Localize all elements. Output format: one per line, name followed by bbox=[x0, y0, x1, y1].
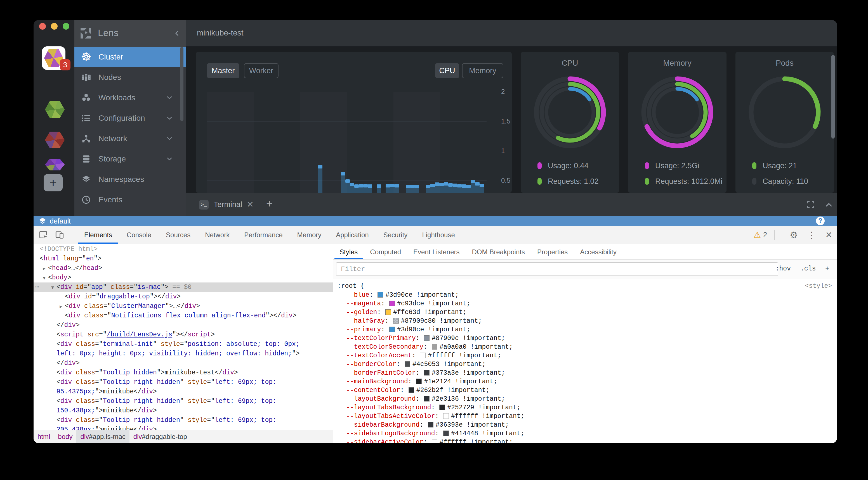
color-swatch[interactable] bbox=[424, 335, 430, 341]
styles-tab-styles[interactable]: Styles bbox=[333, 244, 364, 259]
sidebar-item-nodes[interactable]: Nodes bbox=[74, 67, 186, 88]
dom-node[interactable]: 95.4375px;">minikube</div> bbox=[34, 387, 333, 397]
help-button[interactable]: ? bbox=[816, 216, 825, 225]
dom-node[interactable]: <div class="Tooltip right hidden" style=… bbox=[34, 415, 333, 425]
sidebar-item-namespaces[interactable]: Namespaces bbox=[74, 169, 186, 190]
devtools-tab-lighthouse[interactable]: Lighthouse bbox=[415, 226, 462, 244]
devtools-tab-elements[interactable]: Elements bbox=[77, 226, 119, 244]
color-swatch[interactable] bbox=[439, 405, 445, 410]
color-swatch[interactable] bbox=[389, 301, 395, 306]
terminal-tab[interactable]: Terminal bbox=[214, 200, 242, 209]
css-property[interactable]: --sidebarActiveColor: #ffffff !important… bbox=[337, 438, 837, 443]
traffic-light-close[interactable] bbox=[39, 23, 46, 30]
dom-node[interactable]: <div class="Tooltip hidden">minikube-tes… bbox=[34, 368, 333, 377]
sidebar-item-network[interactable]: Network bbox=[74, 128, 186, 149]
chevron-down-icon[interactable] bbox=[165, 114, 174, 122]
color-swatch[interactable] bbox=[393, 318, 399, 323]
color-swatch[interactable] bbox=[432, 344, 437, 349]
sidebar-scrollbar[interactable] bbox=[180, 47, 183, 121]
color-swatch[interactable] bbox=[389, 327, 395, 332]
devtools-tab-security[interactable]: Security bbox=[376, 226, 415, 244]
terminal-collapse-icon[interactable] bbox=[824, 200, 834, 210]
add-cluster-button[interactable]: + bbox=[43, 174, 63, 192]
terminal-add-icon[interactable]: + bbox=[266, 198, 272, 210]
chevron-down-icon[interactable] bbox=[165, 135, 174, 142]
devtools-close-icon[interactable]: × bbox=[826, 229, 832, 241]
dom-node[interactable]: <div class="terminal-init" style="positi… bbox=[34, 339, 333, 349]
breadcrumb-item[interactable]: div#draggable-top bbox=[129, 430, 191, 443]
css-property[interactable]: --halfGray: #87909c80 !important; bbox=[337, 317, 837, 325]
new-style-rule-button[interactable]: + bbox=[825, 265, 829, 272]
styles-tab-accessibility[interactable]: Accessibility bbox=[574, 244, 623, 259]
css-property[interactable]: --layoutTabsBackground: #252729 !importa… bbox=[337, 404, 837, 412]
devtools-tab-network[interactable]: Network bbox=[198, 226, 237, 244]
css-property[interactable]: --mainBackground: #1e2124 !important; bbox=[337, 377, 837, 386]
expand-arrow-icon[interactable]: ▸ bbox=[41, 264, 47, 273]
toggle-class-button[interactable]: .cls bbox=[800, 265, 816, 272]
color-swatch[interactable] bbox=[432, 439, 437, 443]
breadcrumb-item[interactable]: html bbox=[34, 430, 54, 443]
css-property[interactable]: --textColorAccent: #ffffff !important; bbox=[337, 351, 837, 360]
settings-gear-icon[interactable]: ⚙ bbox=[790, 230, 798, 240]
css-property[interactable]: --blue: #3d90ce !important; bbox=[337, 291, 837, 300]
color-swatch[interactable] bbox=[443, 431, 449, 436]
dom-node[interactable]: left: 0px; height: 0px; visibility: hidd… bbox=[34, 349, 333, 358]
css-property[interactable]: --sidebarLogoBackground: #414448 !import… bbox=[337, 430, 837, 438]
css-property[interactable]: --layoutBackground: #2e3136 !important; bbox=[337, 395, 837, 404]
css-property[interactable]: --layoutTabsActiveColor: #ffffff !import… bbox=[337, 412, 837, 421]
color-swatch[interactable] bbox=[443, 413, 449, 419]
devtools-tab-sources[interactable]: Sources bbox=[159, 226, 198, 244]
breadcrumb-item[interactable]: body bbox=[54, 430, 76, 443]
styles-tab-properties[interactable]: Properties bbox=[531, 244, 574, 259]
sidebar-item-workloads[interactable]: Workloads bbox=[74, 88, 186, 108]
color-swatch[interactable] bbox=[428, 422, 433, 427]
styles-tab-event-listeners[interactable]: Event Listeners bbox=[407, 244, 466, 259]
sidebar-collapse-icon[interactable] bbox=[173, 29, 181, 37]
dom-node[interactable]: </div> bbox=[34, 320, 333, 330]
color-swatch[interactable] bbox=[424, 396, 430, 402]
breadcrumb-item[interactable]: div#app.is-mac bbox=[76, 430, 129, 443]
devtools-tab-memory[interactable]: Memory bbox=[290, 226, 329, 244]
collapse-arrow-icon[interactable]: ▾ bbox=[50, 282, 55, 292]
dom-node[interactable]: 205.438px;">minikube</div> bbox=[34, 425, 333, 430]
toggle-hover-state-button[interactable]: :hov bbox=[775, 265, 791, 272]
traffic-light-minimize[interactable] bbox=[51, 23, 58, 30]
css-property[interactable]: --borderColor: #4c5053 !important; bbox=[337, 360, 837, 369]
styles-tab-computed[interactable]: Computed bbox=[364, 244, 407, 259]
device-toolbar-icon[interactable] bbox=[55, 230, 64, 240]
dom-node[interactable]: <div id="draggable-top"></div> bbox=[34, 292, 333, 302]
color-swatch[interactable] bbox=[377, 292, 383, 298]
cluster-violet-tile[interactable] bbox=[45, 159, 65, 171]
css-property[interactable]: --textColorPrimary: #87909c !important; bbox=[337, 334, 837, 343]
color-swatch[interactable] bbox=[420, 353, 426, 358]
cluster-purple-tile[interactable] bbox=[45, 74, 65, 91]
chevron-down-icon[interactable] bbox=[165, 155, 174, 163]
sidebar-item-cluster[interactable]: ☸ Cluster bbox=[74, 47, 186, 67]
css-property[interactable]: --sidebarBackground: #36393e !important; bbox=[337, 421, 837, 430]
dom-node[interactable]: ▸<div class="ClusterManager">…</div> bbox=[34, 302, 333, 311]
expand-arrow-icon[interactable]: ▸ bbox=[58, 302, 64, 311]
sidebar-item-events[interactable]: Events bbox=[74, 190, 186, 210]
sidebar-item-storage[interactable]: Storage bbox=[74, 149, 186, 169]
dom-node[interactable]: ▸<head>…</head> bbox=[34, 264, 333, 273]
kebab-menu-icon[interactable]: ⋮ bbox=[807, 230, 816, 240]
devtools-tab-console[interactable]: Console bbox=[119, 226, 159, 244]
style-origin-link[interactable]: <style> bbox=[805, 281, 832, 291]
dom-node[interactable]: <html lang="en"> bbox=[34, 254, 333, 264]
color-swatch[interactable] bbox=[424, 370, 430, 376]
collapse-arrow-icon[interactable]: ▾ bbox=[41, 273, 47, 282]
dom-node[interactable]: <script src="/build/LensDev.js"></script… bbox=[34, 330, 333, 339]
cluster-green-tile[interactable] bbox=[45, 101, 65, 118]
color-swatch[interactable] bbox=[408, 387, 414, 393]
css-property[interactable]: --borderFaintColor: #373a3e !important; bbox=[337, 369, 837, 377]
color-swatch[interactable] bbox=[416, 379, 422, 384]
traffic-light-zoom[interactable] bbox=[63, 23, 69, 30]
terminal-fullscreen-icon[interactable] bbox=[806, 200, 815, 209]
dom-node-selected[interactable]: ⋯▾<div id="app" class="is-mac"> == $0 bbox=[34, 282, 333, 292]
issues-counter[interactable]: ⚠ 2 bbox=[753, 230, 767, 240]
styles-tab-dom-breakpoints[interactable]: DOM Breakpoints bbox=[466, 244, 531, 259]
css-property[interactable]: --golden: #ffc63d !important; bbox=[337, 308, 837, 317]
terminal-close-icon[interactable]: ✕ bbox=[247, 200, 254, 209]
styles-filter-input[interactable] bbox=[336, 262, 778, 276]
dom-node[interactable]: <!DOCTYPE html> bbox=[34, 244, 333, 254]
